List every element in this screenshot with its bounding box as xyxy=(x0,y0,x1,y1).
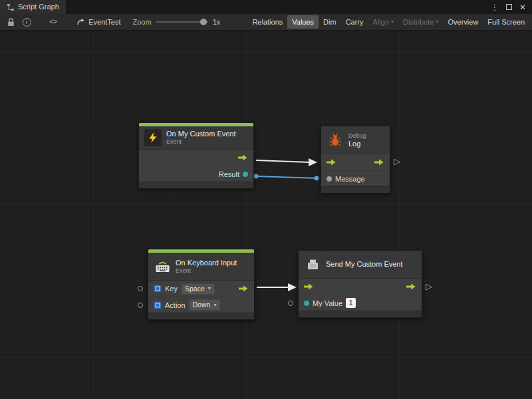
node-header: Send My Custom Event xyxy=(299,251,422,279)
key-dropdown-value: Space xyxy=(185,285,205,293)
value-input-port-message[interactable] xyxy=(327,176,332,182)
lock-icon-glyph xyxy=(7,17,15,27)
value-input-port-action[interactable] xyxy=(138,303,143,308)
connection-flow-event-to-log[interactable] xyxy=(256,160,309,162)
port-label-message: Message xyxy=(335,175,365,183)
graph-name-selector[interactable]: EventTest xyxy=(76,18,120,26)
port-row: Key Space ▾ xyxy=(148,281,254,297)
node-title: Log xyxy=(348,140,366,148)
values-button-label: Values xyxy=(292,18,314,26)
node-header: On Keyboard Input Event xyxy=(148,253,254,281)
flow-input-port[interactable] xyxy=(304,283,314,290)
node-header: Debug Log xyxy=(321,126,390,154)
overview-button-label: Overview xyxy=(448,18,479,26)
value-input-dot-my-value[interactable] xyxy=(304,301,309,306)
window-controls: ⋮ ✕ xyxy=(485,0,532,14)
zoom-control: Zoom 1x xyxy=(133,17,221,27)
port-row: Result xyxy=(139,166,253,182)
overview-button[interactable]: Overview xyxy=(444,15,483,29)
flow-output-port[interactable] xyxy=(374,159,384,166)
zoom-label: Zoom xyxy=(133,18,152,26)
value-input-port-key[interactable] xyxy=(138,286,143,291)
keycode-type-icon xyxy=(154,285,162,293)
node-on-keyboard-input[interactable]: On Keyboard Input Event Key Space ▾ xyxy=(148,249,255,320)
node-body: My Value 1 xyxy=(299,279,422,311)
wire-endpoint-dot xyxy=(315,176,319,181)
action-type-icon xyxy=(154,301,162,309)
node-body: Result xyxy=(139,150,253,182)
node-category: Debug xyxy=(348,132,366,140)
node-send-my-custom-event[interactable]: Send My Custom Event My Value 1 xyxy=(298,250,422,318)
align-button[interactable]: Align ▾ xyxy=(368,15,398,29)
port-row xyxy=(299,279,422,295)
script-graph-window: Script Graph ⋮ ✕ i <> EventTest Z xyxy=(0,0,532,399)
graph-toolbar: i <> EventTest Zoom 1x Relations Values xyxy=(0,14,532,31)
my-value-input[interactable]: 1 xyxy=(346,298,356,308)
tab-title: Script Graph xyxy=(18,3,59,11)
lock-icon[interactable] xyxy=(3,15,19,29)
graph-file-icon xyxy=(76,18,85,26)
bug-icon xyxy=(327,132,344,149)
custom-event-icon xyxy=(304,256,321,273)
chevron-down-icon: ▾ xyxy=(391,19,394,25)
info-icon-glyph: i xyxy=(23,18,31,27)
node-title: On My Custom Event xyxy=(166,130,236,138)
info-icon[interactable]: i xyxy=(19,15,35,29)
port-row xyxy=(139,150,253,166)
port-row: Action Down ▾ xyxy=(148,297,254,313)
chevron-down-icon: ▾ xyxy=(208,286,211,291)
full-screen-button[interactable]: Full Screen xyxy=(483,15,529,29)
graph-canvas[interactable]: On My Custom Event Event Result xyxy=(0,31,532,399)
node-subtitle: Event xyxy=(176,267,237,275)
menu-icon[interactable]: ⋮ xyxy=(491,3,499,11)
carry-button[interactable]: Carry xyxy=(341,15,368,29)
node-body: Message xyxy=(321,154,390,186)
dim-button[interactable]: Dim xyxy=(319,15,341,29)
node-header: On My Custom Event Event xyxy=(139,126,253,150)
node-footer xyxy=(299,311,422,317)
distribute-button[interactable]: Distribute ▾ xyxy=(398,15,443,29)
flow-output-port[interactable] xyxy=(406,283,416,290)
code-icon[interactable]: <> xyxy=(49,18,57,26)
port-row: My Value 1 xyxy=(299,295,422,311)
flow-output-port[interactable] xyxy=(239,285,249,292)
maximize-icon[interactable] xyxy=(506,4,512,10)
connection-arrowhead xyxy=(288,283,297,291)
graph-name: EventTest xyxy=(88,18,120,26)
tab-script-graph[interactable]: Script Graph xyxy=(0,0,66,14)
relations-button[interactable]: Relations xyxy=(247,15,287,29)
titlebar: Script Graph ⋮ ✕ xyxy=(0,0,532,14)
action-dropdown[interactable]: Down ▾ xyxy=(189,299,221,311)
branch-marker: ▷ xyxy=(426,282,432,291)
flow-input-port[interactable] xyxy=(327,159,336,166)
value-input-port-my-value[interactable] xyxy=(288,301,293,306)
dim-button-label: Dim xyxy=(323,18,336,26)
node-footer xyxy=(321,186,390,193)
close-icon[interactable]: ✕ xyxy=(519,3,526,11)
key-dropdown[interactable]: Space ▾ xyxy=(181,283,215,295)
node-on-my-custom-event[interactable]: On My Custom Event Event Result xyxy=(138,122,254,189)
node-debug-log[interactable]: Debug Log Message xyxy=(321,126,390,194)
chevron-down-icon: ▾ xyxy=(436,19,439,25)
branch-marker: ▷ xyxy=(394,157,400,166)
action-dropdown-value: Down xyxy=(193,301,211,309)
port-row xyxy=(321,154,390,170)
port-row: Message xyxy=(321,170,390,186)
zoom-slider-handle[interactable] xyxy=(200,19,207,25)
flow-output-port[interactable] xyxy=(238,154,248,161)
node-subtitle: Event xyxy=(166,138,236,146)
port-label-result: Result xyxy=(219,170,239,178)
node-title: On Keyboard Input xyxy=(176,259,237,267)
full-screen-button-label: Full Screen xyxy=(487,18,525,26)
zoom-slider[interactable] xyxy=(156,17,208,27)
port-label-key: Key xyxy=(165,285,178,293)
relations-button-label: Relations xyxy=(252,18,283,26)
values-button[interactable]: Values xyxy=(287,15,319,29)
script-graph-icon xyxy=(7,3,15,11)
keyboard-icon xyxy=(154,258,171,275)
value-output-port-result[interactable] xyxy=(243,172,248,177)
connection-value-result-to-message[interactable] xyxy=(256,176,317,178)
connection-arrowhead xyxy=(309,158,317,166)
toolbar-buttons: Relations Values Dim Carry Align ▾ Distr… xyxy=(247,15,529,29)
distribute-button-label: Distribute xyxy=(403,18,434,26)
